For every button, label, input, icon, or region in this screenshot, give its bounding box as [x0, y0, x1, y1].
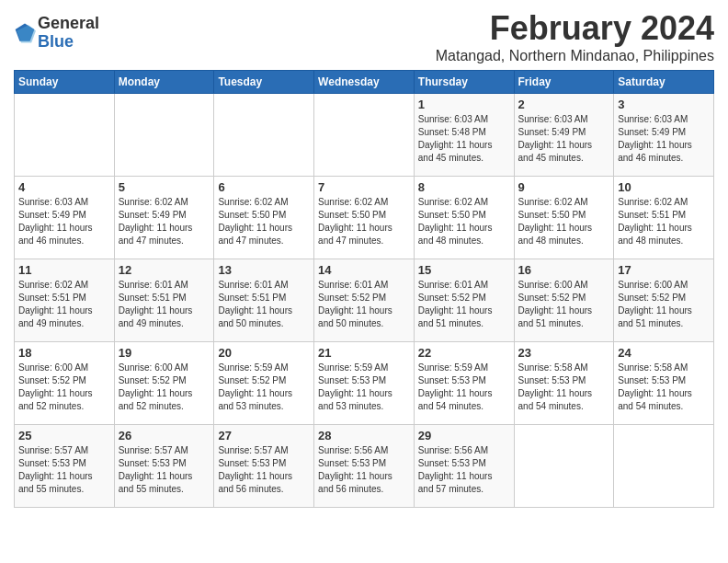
cell-info: Sunrise: 6:02 AM Sunset: 5:50 PM Dayligh… [418, 196, 510, 247]
calendar-cell: 14Sunrise: 6:01 AM Sunset: 5:52 PM Dayli… [314, 259, 415, 342]
calendar-cell: 21Sunrise: 5:59 AM Sunset: 5:53 PM Dayli… [314, 342, 415, 425]
cell-info: Sunrise: 5:56 AM Sunset: 5:53 PM Dayligh… [318, 444, 410, 496]
cell-info: Sunrise: 6:01 AM Sunset: 5:52 PM Dayligh… [418, 279, 510, 330]
cell-info: Sunrise: 6:00 AM Sunset: 5:52 PM Dayligh… [518, 279, 610, 330]
cell-info: Sunrise: 6:01 AM Sunset: 5:51 PM Dayligh… [218, 279, 310, 330]
day-number: 23 [518, 346, 610, 360]
header: General Blue February 2024 Matangad, Nor… [14, 9, 714, 64]
day-number: 3 [618, 98, 710, 111]
calendar-cell: 17Sunrise: 6:00 AM Sunset: 5:52 PM Dayli… [614, 259, 714, 342]
calendar-cell: 18Sunrise: 6:00 AM Sunset: 5:52 PM Dayli… [15, 342, 115, 425]
day-number: 16 [518, 263, 610, 277]
location-subtitle: Matangad, Northern Mindanao, Philippines [436, 48, 714, 64]
weekday-header-row: SundayMondayTuesdayWednesdayThursdayFrid… [15, 71, 714, 94]
calendar-cell: 19Sunrise: 6:00 AM Sunset: 5:52 PM Dayli… [114, 342, 214, 425]
day-number: 22 [418, 346, 510, 360]
cell-info: Sunrise: 6:00 AM Sunset: 5:52 PM Dayligh… [18, 362, 110, 413]
calendar-cell: 28Sunrise: 5:56 AM Sunset: 5:53 PM Dayli… [314, 425, 415, 508]
calendar-week-row: 25Sunrise: 5:57 AM Sunset: 5:53 PM Dayli… [15, 425, 714, 508]
weekday-header-monday: Monday [114, 71, 214, 94]
day-number: 13 [218, 263, 310, 277]
weekday-header-thursday: Thursday [414, 71, 514, 94]
day-number: 14 [318, 263, 410, 277]
calendar-cell: 2Sunrise: 6:03 AM Sunset: 5:49 PM Daylig… [514, 94, 614, 177]
calendar-cell: 3Sunrise: 6:03 AM Sunset: 5:49 PM Daylig… [614, 94, 714, 177]
cell-info: Sunrise: 6:02 AM Sunset: 5:50 PM Dayligh… [318, 196, 410, 247]
day-number: 28 [318, 429, 410, 442]
day-number: 20 [218, 346, 310, 360]
cell-info: Sunrise: 6:01 AM Sunset: 5:52 PM Dayligh… [318, 279, 410, 330]
calendar-cell: 29Sunrise: 5:56 AM Sunset: 5:53 PM Dayli… [414, 425, 514, 508]
day-number: 9 [518, 180, 610, 194]
calendar-cell: 24Sunrise: 5:58 AM Sunset: 5:53 PM Dayli… [614, 342, 714, 425]
cell-info: Sunrise: 5:56 AM Sunset: 5:53 PM Dayligh… [418, 444, 510, 496]
cell-info: Sunrise: 5:59 AM Sunset: 5:52 PM Dayligh… [218, 362, 310, 413]
cell-info: Sunrise: 6:02 AM Sunset: 5:50 PM Dayligh… [218, 196, 310, 247]
cell-info: Sunrise: 6:02 AM Sunset: 5:51 PM Dayligh… [618, 196, 710, 247]
calendar-week-row: 1Sunrise: 6:03 AM Sunset: 5:48 PM Daylig… [15, 94, 714, 177]
day-number: 10 [618, 180, 710, 194]
logo: General Blue [14, 15, 99, 52]
day-number: 17 [618, 263, 710, 277]
cell-info: Sunrise: 6:03 AM Sunset: 5:49 PM Dayligh… [18, 196, 110, 247]
day-number: 19 [119, 346, 210, 360]
calendar-cell: 8Sunrise: 6:02 AM Sunset: 5:50 PM Daylig… [414, 177, 514, 259]
cell-info: Sunrise: 6:02 AM Sunset: 5:49 PM Dayligh… [119, 196, 210, 247]
weekday-header-sunday: Sunday [15, 71, 115, 94]
calendar-cell: 11Sunrise: 6:02 AM Sunset: 5:51 PM Dayli… [15, 259, 115, 342]
calendar-cell: 27Sunrise: 5:57 AM Sunset: 5:53 PM Dayli… [214, 425, 314, 508]
day-number: 5 [119, 180, 210, 194]
day-number: 7 [318, 180, 410, 194]
calendar-cell [15, 94, 115, 177]
calendar-cell: 16Sunrise: 6:00 AM Sunset: 5:52 PM Dayli… [514, 259, 614, 342]
day-number: 25 [18, 429, 110, 442]
calendar-cell [514, 425, 614, 508]
calendar-cell: 25Sunrise: 5:57 AM Sunset: 5:53 PM Dayli… [15, 425, 115, 508]
calendar-cell: 23Sunrise: 5:58 AM Sunset: 5:53 PM Dayli… [514, 342, 614, 425]
day-number: 29 [418, 429, 510, 442]
month-year-title: February 2024 [436, 9, 714, 48]
cell-info: Sunrise: 6:01 AM Sunset: 5:51 PM Dayligh… [119, 279, 210, 330]
calendar-cell: 9Sunrise: 6:02 AM Sunset: 5:50 PM Daylig… [514, 177, 614, 259]
calendar-cell: 7Sunrise: 6:02 AM Sunset: 5:50 PM Daylig… [314, 177, 415, 259]
calendar-cell: 1Sunrise: 6:03 AM Sunset: 5:48 PM Daylig… [414, 94, 514, 177]
logo-icon [14, 22, 36, 44]
calendar-cell: 20Sunrise: 5:59 AM Sunset: 5:52 PM Dayli… [214, 342, 314, 425]
calendar-body: 1Sunrise: 6:03 AM Sunset: 5:48 PM Daylig… [15, 94, 714, 508]
cell-info: Sunrise: 5:57 AM Sunset: 5:53 PM Dayligh… [119, 444, 210, 496]
day-number: 21 [318, 346, 410, 360]
cell-info: Sunrise: 5:57 AM Sunset: 5:53 PM Dayligh… [18, 444, 110, 496]
cell-info: Sunrise: 6:03 AM Sunset: 5:48 PM Dayligh… [418, 113, 510, 165]
cell-info: Sunrise: 6:02 AM Sunset: 5:50 PM Dayligh… [518, 196, 610, 247]
calendar-cell [214, 94, 314, 177]
cell-info: Sunrise: 5:59 AM Sunset: 5:53 PM Dayligh… [418, 362, 510, 413]
calendar-cell [114, 94, 214, 177]
cell-info: Sunrise: 6:02 AM Sunset: 5:51 PM Dayligh… [18, 279, 110, 330]
calendar-table: SundayMondayTuesdayWednesdayThursdayFrid… [14, 70, 714, 508]
day-number: 1 [418, 98, 510, 111]
calendar-week-row: 11Sunrise: 6:02 AM Sunset: 5:51 PM Dayli… [15, 259, 714, 342]
calendar-cell: 13Sunrise: 6:01 AM Sunset: 5:51 PM Dayli… [214, 259, 314, 342]
calendar-cell: 22Sunrise: 5:59 AM Sunset: 5:53 PM Dayli… [414, 342, 514, 425]
day-number: 8 [418, 180, 510, 194]
calendar-cell: 4Sunrise: 6:03 AM Sunset: 5:49 PM Daylig… [15, 177, 115, 259]
title-area: February 2024 Matangad, Northern Mindana… [436, 9, 714, 64]
cell-info: Sunrise: 6:00 AM Sunset: 5:52 PM Dayligh… [119, 362, 210, 413]
day-number: 24 [618, 346, 710, 360]
cell-info: Sunrise: 5:58 AM Sunset: 5:53 PM Dayligh… [618, 362, 710, 413]
calendar-cell: 26Sunrise: 5:57 AM Sunset: 5:53 PM Dayli… [114, 425, 214, 508]
cell-info: Sunrise: 5:59 AM Sunset: 5:53 PM Dayligh… [318, 362, 410, 413]
cell-info: Sunrise: 5:57 AM Sunset: 5:53 PM Dayligh… [218, 444, 310, 496]
calendar-cell: 10Sunrise: 6:02 AM Sunset: 5:51 PM Dayli… [614, 177, 714, 259]
calendar-week-row: 18Sunrise: 6:00 AM Sunset: 5:52 PM Dayli… [15, 342, 714, 425]
calendar-cell: 6Sunrise: 6:02 AM Sunset: 5:50 PM Daylig… [214, 177, 314, 259]
cell-info: Sunrise: 6:03 AM Sunset: 5:49 PM Dayligh… [618, 113, 710, 165]
logo-blue-text: Blue [38, 33, 99, 52]
day-number: 11 [18, 263, 110, 277]
day-number: 26 [119, 429, 210, 442]
day-number: 27 [218, 429, 310, 442]
calendar-cell [614, 425, 714, 508]
day-number: 12 [119, 263, 210, 277]
weekday-header-saturday: Saturday [614, 71, 714, 94]
calendar-cell: 12Sunrise: 6:01 AM Sunset: 5:51 PM Dayli… [114, 259, 214, 342]
